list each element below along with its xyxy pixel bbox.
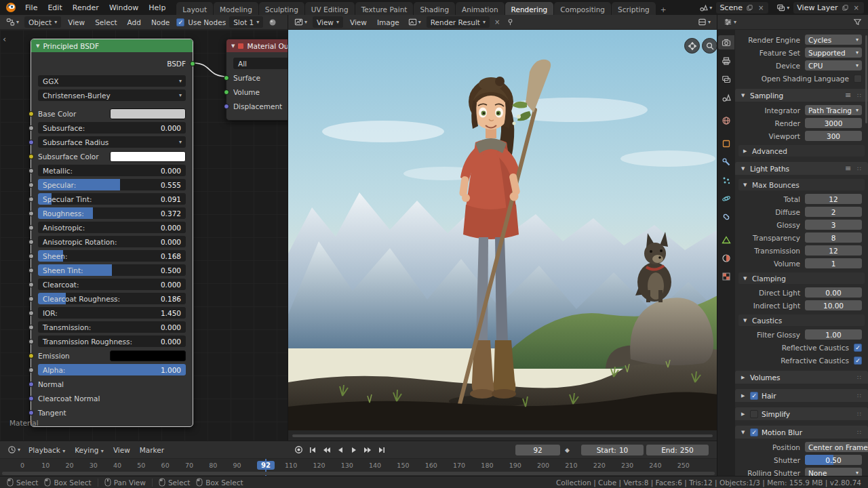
total-bounces-field[interactable]: 12	[805, 194, 862, 204]
light-paths-section-header[interactable]: ▼Light Paths ≡∷	[735, 162, 868, 175]
new-view-layer-icon[interactable]	[841, 5, 850, 11]
sheen-tint-slider[interactable]: Sheen Tint: 0.500	[38, 264, 186, 276]
menu-window[interactable]: Window	[104, 2, 143, 14]
clamping-subsection-header[interactable]: ▼Clamping	[738, 272, 865, 284]
filter-icon[interactable]	[851, 16, 864, 28]
input-socket-float[interactable]	[28, 168, 34, 174]
auto-keyframe-button[interactable]	[292, 443, 305, 456]
texture-properties-tab[interactable]	[718, 269, 734, 283]
object-properties-tab[interactable]	[718, 136, 734, 150]
vertical-scrollbar[interactable]	[865, 35, 867, 123]
input-socket-float[interactable]	[28, 197, 34, 202]
editor-type-icon[interactable]: ▾	[292, 16, 309, 28]
tab-modeling[interactable]: Modeling	[214, 2, 258, 15]
menu-node[interactable]: Node	[148, 17, 173, 28]
surface-input-socket[interactable]	[224, 75, 229, 81]
next-keyframe-button[interactable]	[361, 444, 374, 456]
editor-type-icon[interactable]: ▾	[722, 16, 738, 28]
input-socket-float[interactable]	[28, 182, 34, 188]
tab-scripting[interactable]: Scripting	[612, 2, 656, 15]
clearcoat-field[interactable]: Clearcoat: 0.000	[38, 279, 186, 290]
sampling-section-header[interactable]: ▼Sampling ≡∷	[735, 89, 868, 102]
shutter-slider[interactable]: 0.50	[805, 455, 862, 465]
material-properties-tab[interactable]	[718, 251, 734, 265]
transmission-bounces-field[interactable]: 12	[805, 245, 862, 256]
anisotropic-field[interactable]: Anisotropic: 0.000	[38, 222, 186, 233]
hair-section-header[interactable]: ▶✓Hair∷	[735, 389, 868, 402]
collapse-triangle-icon[interactable]: ▼	[36, 43, 39, 49]
tab-compositing[interactable]: Compositing	[554, 2, 611, 15]
input-socket-float[interactable]	[28, 325, 34, 330]
base-color-swatch[interactable]	[110, 108, 186, 119]
menu-render[interactable]: Render	[68, 2, 104, 14]
input-socket-vector[interactable]	[28, 396, 34, 401]
world-properties-tab[interactable]	[718, 113, 734, 127]
tab-layout[interactable]: Layout	[176, 2, 213, 15]
display-channels-icon[interactable]: ▾	[696, 16, 713, 28]
constraint-properties-tab[interactable]	[718, 209, 734, 224]
specular-slider[interactable]: Specular: 0.555	[38, 179, 186, 190]
editor-type-icon[interactable]: ▾	[5, 444, 22, 455]
distribution-dropdown[interactable]: GGX ▾	[38, 75, 186, 87]
shader-type-dropdown[interactable]: Object ▾	[24, 16, 61, 28]
unlink-image-icon[interactable]: ×	[493, 18, 501, 26]
tab-texture-paint[interactable]: Texture Paint	[355, 2, 414, 15]
reflective-caustics-checkbox[interactable]: ✓	[854, 344, 862, 352]
keyframe-jump-icon[interactable]: ◆	[563, 445, 572, 455]
subsurface-color-swatch[interactable]	[110, 151, 186, 162]
tab-animation[interactable]: Animation	[456, 2, 505, 15]
refractive-caustics-checkbox[interactable]: ✓	[854, 357, 862, 365]
caustics-subsection-header[interactable]: ▼Caustics	[738, 314, 865, 326]
indirect-light-field[interactable]: 10.00	[805, 300, 862, 310]
sidebar-toggle-icon[interactable]: ‹	[3, 34, 6, 44]
render-samples-field[interactable]: 3000	[805, 118, 862, 128]
input-socket-float[interactable]	[28, 225, 34, 230]
play-button[interactable]	[348, 444, 360, 456]
target-dropdown[interactable]: All ▾	[233, 58, 288, 69]
object-data-properties-tab[interactable]	[718, 232, 734, 247]
subsurface-radius-dropdown[interactable]: Subsurface Radius ▾	[38, 136, 186, 148]
feature-set-dropdown[interactable]: Supported▾	[805, 47, 862, 58]
alpha-slider[interactable]: Alpha: 1.000	[38, 364, 186, 375]
collapse-triangle-icon[interactable]: ▼	[231, 43, 235, 49]
diffuse-bounces-field[interactable]: 2	[805, 207, 862, 217]
drag-handle-icon[interactable]: ∷	[857, 411, 862, 418]
input-socket-float[interactable]	[28, 310, 34, 316]
drag-handle-icon[interactable]: ∷	[857, 374, 862, 381]
sheen-slider[interactable]: Sheen: 0.168	[38, 250, 186, 262]
new-scene-icon[interactable]	[745, 5, 754, 11]
current-frame-field[interactable]: 92	[515, 445, 560, 455]
horizontal-scrollbar[interactable]	[292, 434, 713, 437]
scene-datablock[interactable]: Scene ×	[716, 2, 768, 14]
menu-playback[interactable]: Playback ▾	[25, 445, 68, 455]
view-layer-browse-icon[interactable]: ▾	[774, 2, 791, 14]
modifier-properties-tab[interactable]	[718, 155, 734, 169]
subsurface-method-dropdown[interactable]: Christensen-Burley ▾	[38, 89, 186, 101]
transmission-roughness-field[interactable]: Transmission Roughness: 0.000	[38, 336, 186, 347]
input-socket-color[interactable]	[28, 111, 34, 117]
pin-icon[interactable]	[505, 17, 516, 27]
direct-light-field[interactable]: 0.00	[805, 287, 862, 298]
frame-end-field[interactable]: End:250	[646, 445, 709, 455]
metallic-field[interactable]: Metallic: 0.000	[38, 165, 186, 176]
glossy-bounces-field[interactable]: 3	[805, 220, 862, 230]
subsurface-field[interactable]: Subsurface: 0.000	[38, 122, 186, 134]
current-frame-badge[interactable]: 92	[257, 461, 275, 470]
input-socket-float[interactable]	[28, 239, 34, 245]
max-bounces-subsection-header[interactable]: ▼Max Bounces	[738, 179, 865, 190]
blender-logo-icon[interactable]	[5, 2, 16, 13]
menu-select[interactable]: Select	[92, 17, 120, 28]
drag-handle-icon[interactable]: ∷	[857, 92, 862, 99]
menu-image[interactable]: Image	[374, 17, 403, 28]
editor-type-icon[interactable]: ▾	[4, 16, 21, 28]
motion-blur-checkbox[interactable]: ✓	[750, 428, 758, 436]
clearcoat-roughness-slider[interactable]: Clearcoat Roughness: 0.186	[38, 293, 186, 304]
frame-start-field[interactable]: Start:10	[581, 445, 644, 455]
input-socket-float[interactable]	[28, 282, 34, 287]
input-socket-float[interactable]	[28, 296, 34, 302]
input-socket-vector[interactable]	[28, 382, 34, 387]
specular-tint-slider[interactable]: Specular Tint: 0.091	[38, 193, 186, 205]
input-socket-vector[interactable]	[28, 410, 34, 415]
panel-menu-icon[interactable]: ≡	[845, 164, 851, 173]
physics-properties-tab[interactable]	[718, 191, 734, 205]
